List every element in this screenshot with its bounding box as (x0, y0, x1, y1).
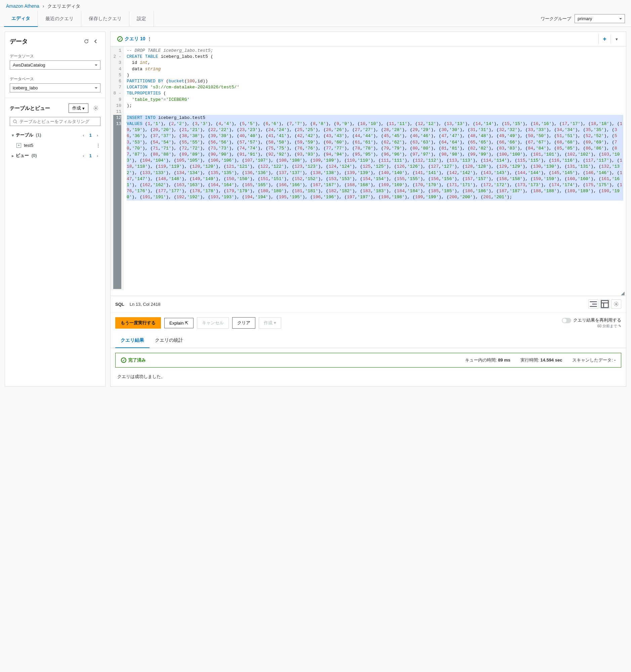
views-header[interactable]: ▸ ビュー (0) ‹1› (5, 150, 105, 161)
svg-point-0 (95, 107, 96, 109)
svg-point-1 (14, 120, 17, 123)
editor-settings-icon[interactable] (611, 299, 621, 309)
main-tabs: エディタ 最近のクエリ 保存したクエリ 設定 ワークグループ primary (0, 11, 631, 27)
search-input-wrap (10, 117, 100, 126)
editor-status-bar: SQL Ln 13, Col 2418 (111, 296, 626, 312)
workgroup-label: ワークグループ (541, 16, 571, 22)
reuse-toggle[interactable] (562, 318, 571, 323)
result-message: クエリは成功しました。 (111, 372, 626, 386)
cancel-button: キャンセル (197, 317, 229, 329)
tab-recent[interactable]: 最近のクエリ (38, 11, 81, 27)
tab-editor[interactable]: エディタ (4, 11, 38, 27)
tables-views-title: テーブルとビュー (10, 105, 66, 112)
query-tab[interactable]: ✓ クエリ 10 ⋮ (114, 34, 155, 44)
breadcrumb-current: クエリエディタ (47, 3, 80, 9)
lang-indicator: SQL (115, 302, 124, 307)
create-button[interactable]: 作成▾ (69, 103, 88, 113)
tab-query-result[interactable]: クエリ結果 (115, 333, 149, 348)
sidebar-title: データ (10, 37, 82, 45)
row-menu-icon[interactable]: ⋮ (96, 143, 100, 148)
tab-saved[interactable]: 保存したクエリ (81, 11, 129, 27)
cursor-position: Ln 13, Col 2418 (130, 302, 161, 307)
success-icon: ✓ (121, 358, 126, 363)
reuse-label: クエリ結果を再利用する (573, 317, 621, 322)
success-icon: ✓ (117, 36, 123, 42)
edit-icon[interactable]: ✎ (618, 324, 621, 328)
explain-button[interactable]: Explain ⇱ (164, 318, 194, 328)
clear-button[interactable]: クリア (232, 317, 256, 329)
datasource-label: データソース (5, 51, 105, 61)
tab-menu-icon[interactable]: ⋮ (147, 36, 152, 42)
search-icon (13, 119, 18, 124)
create-dropdown-button: 作成 ▾ (259, 317, 281, 329)
settings-icon[interactable] (91, 103, 100, 113)
expand-icon[interactable]: + (17, 143, 21, 148)
breadcrumb: Amazon Athena › クエリエディタ (0, 0, 631, 11)
table-row[interactable]: + test5 ⋮ (5, 141, 105, 150)
format-icon[interactable] (588, 299, 599, 309)
external-icon: ⇱ (185, 320, 189, 326)
collapse-sidebar-icon[interactable] (91, 37, 100, 46)
sidebar: データ データソース AwsDataCatalog データベース iceberg… (5, 31, 105, 387)
database-label: データベース (5, 74, 105, 83)
datasource-select[interactable]: AwsDataCatalog (10, 61, 100, 70)
resize-handle[interactable]: ◢ (111, 290, 626, 296)
svg-point-3 (615, 304, 617, 305)
new-tab-button[interactable]: + (599, 34, 610, 44)
svg-rect-2 (602, 301, 608, 308)
breadcrumb-root[interactable]: Amazon Athena (6, 3, 39, 9)
code-editor[interactable]: 12 -345678 -910111213 -- DROP TABLE iceb… (111, 46, 626, 290)
tab-settings[interactable]: 設定 (129, 11, 154, 27)
database-select[interactable]: iceberg_labo (10, 83, 100, 92)
tab-dropdown-button[interactable]: ▾ (610, 34, 623, 44)
result-status-box: ✓完了済み キュー内の時間: 89 ms 実行時間: 14.594 sec スキ… (115, 353, 621, 367)
refresh-icon[interactable] (82, 37, 91, 46)
layout-icon[interactable] (600, 299, 610, 309)
tables-header[interactable]: ▾ テーブル (1) ‹1› (5, 129, 105, 141)
workgroup-select[interactable]: primary (575, 14, 625, 23)
editor-panel: ✓ クエリ 10 ⋮ + ▾ 12 -345678 -910111213 -- … (110, 31, 626, 387)
tab-query-stats[interactable]: クエリの統計 (149, 333, 189, 348)
search-input[interactable] (20, 119, 97, 124)
run-again-button[interactable]: もう一度実行する (115, 317, 161, 329)
